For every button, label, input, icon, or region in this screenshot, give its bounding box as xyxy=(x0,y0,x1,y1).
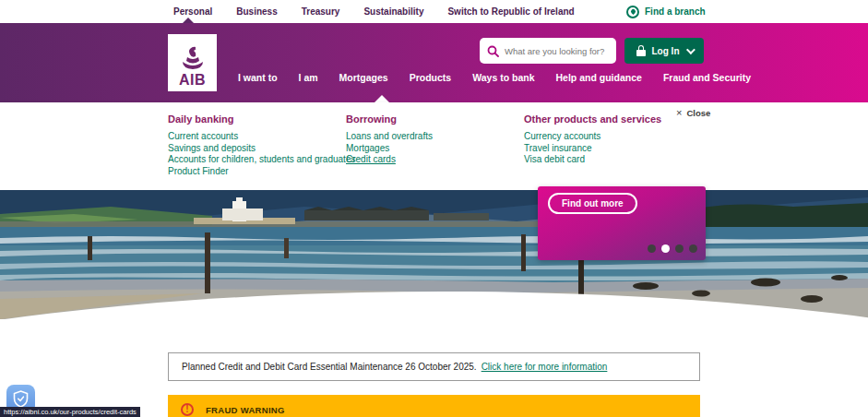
nav-fraud-and-security[interactable]: Fraud and Security xyxy=(663,72,751,83)
carousel-dot-2[interactable] xyxy=(661,244,670,253)
shield-icon xyxy=(13,390,29,408)
branch-pin-icon xyxy=(626,6,639,18)
nav-help-and-guidance[interactable]: Help and guidance xyxy=(556,72,642,83)
nav-ways-to-bank[interactable]: Ways to bank xyxy=(472,72,534,83)
primary-nav: I want to I am Mortgages Products Ways t… xyxy=(238,72,751,83)
menu-column-borrowing: Borrowing Loans and overdrafts Mortgages… xyxy=(346,113,433,166)
login-label: Log In xyxy=(652,46,680,56)
menu-link-current-accounts[interactable]: Current accounts xyxy=(168,131,355,143)
menu-heading: Borrowing xyxy=(346,113,433,125)
nav-i-am[interactable]: I am xyxy=(299,72,318,83)
menu-link-product-finder[interactable]: Product Finder xyxy=(168,166,355,178)
search-icon xyxy=(487,45,499,57)
carousel-dot-3[interactable] xyxy=(675,244,684,253)
menu-link-credit-cards[interactable]: Credit cards xyxy=(346,154,433,166)
utility-tab-business[interactable]: Business xyxy=(236,6,277,17)
aib-logo-text: AIB xyxy=(179,73,206,88)
menu-link-travel-insurance[interactable]: Travel insurance xyxy=(524,143,661,155)
chevron-down-icon xyxy=(685,45,695,54)
aib-personal-banking-page: Personal Business Treasury Sustainabilit… xyxy=(0,0,868,417)
fraud-warning-banner: ! FRAUD WARNING xyxy=(168,395,700,417)
menu-close-button[interactable]: × Close xyxy=(676,108,710,118)
menu-column-daily-banking: Daily banking Current accounts Savings a… xyxy=(168,113,355,177)
nav-i-want-to[interactable]: I want to xyxy=(238,72,278,83)
menu-link-savings-deposits[interactable]: Savings and deposits xyxy=(168,143,355,155)
utility-bar: Personal Business Treasury Sustainabilit… xyxy=(0,0,868,23)
utility-tab-sustainability[interactable]: Sustainability xyxy=(363,6,423,17)
menu-heading: Daily banking xyxy=(168,113,355,125)
menu-link-currency-accounts[interactable]: Currency accounts xyxy=(524,131,661,143)
lock-icon xyxy=(636,45,646,56)
maintenance-text: Planned Credit and Debit Card Essential … xyxy=(182,362,477,372)
products-menu-caret xyxy=(375,95,389,102)
aib-logo[interactable]: AIB xyxy=(168,34,217,91)
search-input[interactable] xyxy=(505,46,611,56)
nav-products[interactable]: Products xyxy=(410,72,452,83)
menu-link-mortgages[interactable]: Mortgages xyxy=(346,143,433,155)
carousel-dots xyxy=(648,244,697,253)
menu-column-other-products: Other products and services Currency acc… xyxy=(524,113,661,166)
menu-link-children-accounts[interactable]: Accounts for children, students and grad… xyxy=(168,154,355,166)
login-button[interactable]: Log In xyxy=(624,38,704,64)
menu-link-visa-debit-card[interactable]: Visa debit card xyxy=(524,154,661,166)
utility-tab-switch-roi[interactable]: Switch to Republic of Ireland xyxy=(447,6,574,17)
utility-tab-treasury[interactable]: Treasury xyxy=(302,6,340,17)
close-icon: × xyxy=(676,108,682,118)
carousel-dot-4[interactable] xyxy=(689,244,697,253)
maintenance-info-link[interactable]: Click here for more information xyxy=(482,362,608,372)
site-search xyxy=(480,38,616,64)
menu-link-loans-overdrafts[interactable]: Loans and overdrafts xyxy=(346,131,433,143)
close-label: Close xyxy=(686,108,710,118)
utility-nav: Personal Business Treasury Sustainabilit… xyxy=(173,0,575,23)
maintenance-notice: Planned Credit and Debit Card Essential … xyxy=(168,352,700,381)
fraud-warning-label: FRAUD WARNING xyxy=(206,405,285,415)
promo-card: Find out more xyxy=(538,186,706,260)
nav-mortgages[interactable]: Mortgages xyxy=(339,72,388,83)
main-header: AIB Log In I want to I am Mortgages Prod… xyxy=(0,23,868,102)
aib-bird-icon xyxy=(179,43,207,73)
find-a-branch-label: Find a branch xyxy=(645,6,706,17)
utility-tab-personal[interactable]: Personal xyxy=(173,6,212,17)
menu-heading: Other products and services xyxy=(524,113,661,125)
status-url-bar: https://aibni.co.uk/our-products/credit-… xyxy=(0,407,140,417)
carousel-dot-1[interactable] xyxy=(648,244,656,253)
warning-icon: ! xyxy=(181,403,194,416)
find-out-more-button[interactable]: Find out more xyxy=(548,193,637,214)
find-a-branch-link[interactable]: Find a branch xyxy=(626,0,706,23)
products-mega-menu: Daily banking Current accounts Savings a… xyxy=(0,102,868,190)
